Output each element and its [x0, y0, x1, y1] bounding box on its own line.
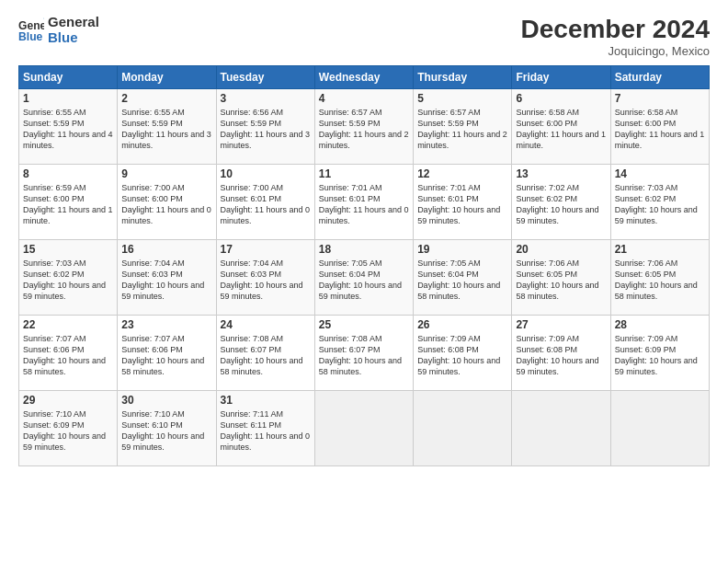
- logo-general-text: General: [48, 15, 99, 30]
- day-cell-16: 16 Sunrise: 7:04 AM Sunset: 6:03 PM Dayl…: [118, 240, 216, 316]
- day-number: 20: [516, 243, 606, 256]
- header-cell-monday: Monday: [118, 66, 216, 89]
- day-info: Sunrise: 6:59 AM Sunset: 6:00 PM Dayligh…: [23, 182, 113, 227]
- day-cell-26: 26 Sunrise: 7:09 AM Sunset: 6:08 PM Dayl…: [414, 316, 512, 391]
- day-cell-1: 1 Sunrise: 6:55 AM Sunset: 5:59 PM Dayli…: [19, 89, 118, 165]
- day-cell-23: 23 Sunrise: 7:07 AM Sunset: 6:06 PM Dayl…: [118, 316, 216, 391]
- day-number: 15: [23, 243, 113, 256]
- day-number: 24: [221, 318, 311, 331]
- day-info: Sunrise: 7:00 AM Sunset: 6:00 PM Dayligh…: [121, 182, 211, 227]
- day-number: 30: [121, 394, 211, 407]
- day-info: Sunrise: 7:09 AM Sunset: 6:08 PM Dayligh…: [417, 333, 507, 378]
- header-cell-tuesday: Tuesday: [216, 66, 314, 89]
- day-number: 19: [417, 243, 507, 256]
- day-cell-27: 27 Sunrise: 7:09 AM Sunset: 6:08 PM Dayl…: [512, 316, 610, 391]
- calendar-header: SundayMondayTuesdayWednesdayThursdayFrid…: [19, 66, 710, 89]
- day-info: Sunrise: 7:08 AM Sunset: 6:07 PM Dayligh…: [221, 333, 311, 378]
- day-number: 25: [319, 318, 409, 331]
- day-number: 21: [615, 243, 705, 256]
- svg-text:Blue: Blue: [18, 30, 43, 43]
- day-number: 10: [221, 167, 311, 180]
- day-cell-13: 13 Sunrise: 7:02 AM Sunset: 6:02 PM Dayl…: [512, 165, 610, 240]
- day-cell-8: 8 Sunrise: 6:59 AM Sunset: 6:00 PM Dayli…: [19, 165, 118, 240]
- header-cell-sunday: Sunday: [19, 66, 118, 89]
- day-number: 12: [417, 167, 507, 180]
- header-cell-friday: Friday: [512, 66, 610, 89]
- day-cell-28: 28 Sunrise: 7:09 AM Sunset: 6:09 PM Dayl…: [610, 316, 709, 391]
- day-cell-30: 30 Sunrise: 7:10 AM Sunset: 6:10 PM Dayl…: [118, 391, 216, 466]
- header-row: SundayMondayTuesdayWednesdayThursdayFrid…: [19, 66, 710, 89]
- day-cell-31: 31 Sunrise: 7:11 AM Sunset: 6:11 PM Dayl…: [216, 391, 314, 466]
- day-cell-25: 25 Sunrise: 7:08 AM Sunset: 6:07 PM Dayl…: [314, 316, 413, 391]
- day-number: 29: [23, 394, 113, 407]
- day-cell-7: 7 Sunrise: 6:58 AM Sunset: 6:00 PM Dayli…: [610, 89, 709, 165]
- day-info: Sunrise: 7:11 AM Sunset: 6:11 PM Dayligh…: [221, 408, 311, 454]
- day-number: 28: [615, 318, 705, 331]
- day-cell-24: 24 Sunrise: 7:08 AM Sunset: 6:07 PM Dayl…: [216, 316, 314, 391]
- day-info: Sunrise: 7:00 AM Sunset: 6:01 PM Dayligh…: [221, 182, 311, 227]
- day-info: Sunrise: 7:10 AM Sunset: 6:09 PM Dayligh…: [23, 408, 113, 454]
- logo-icon: General Blue: [18, 17, 44, 43]
- week-row-4: 22 Sunrise: 7:07 AM Sunset: 6:06 PM Dayl…: [19, 316, 710, 391]
- day-cell-20: 20 Sunrise: 7:06 AM Sunset: 6:05 PM Dayl…: [512, 240, 610, 316]
- day-info: Sunrise: 7:04 AM Sunset: 6:03 PM Dayligh…: [221, 258, 311, 303]
- header-cell-wednesday: Wednesday: [314, 66, 413, 89]
- day-cell-29: 29 Sunrise: 7:10 AM Sunset: 6:09 PM Dayl…: [19, 391, 118, 466]
- day-cell-15: 15 Sunrise: 7:03 AM Sunset: 6:02 PM Dayl…: [19, 240, 118, 316]
- location: Joquicingo, Mexico: [521, 44, 710, 58]
- day-info: Sunrise: 7:09 AM Sunset: 6:08 PM Dayligh…: [516, 333, 606, 378]
- calendar-body: 1 Sunrise: 6:55 AM Sunset: 5:59 PM Dayli…: [19, 89, 710, 466]
- week-row-2: 8 Sunrise: 6:59 AM Sunset: 6:00 PM Dayli…: [19, 165, 710, 240]
- empty-cell: [512, 391, 610, 466]
- day-info: Sunrise: 7:08 AM Sunset: 6:07 PM Dayligh…: [319, 333, 409, 378]
- day-number: 7: [615, 92, 705, 105]
- day-info: Sunrise: 7:03 AM Sunset: 6:02 PM Dayligh…: [23, 258, 113, 303]
- empty-cell: [610, 391, 709, 466]
- day-number: 23: [121, 318, 211, 331]
- page-container: General Blue General Blue December 2024 …: [0, 0, 728, 563]
- day-info: Sunrise: 7:04 AM Sunset: 6:03 PM Dayligh…: [121, 258, 211, 303]
- day-number: 26: [417, 318, 507, 331]
- week-row-3: 15 Sunrise: 7:03 AM Sunset: 6:02 PM Dayl…: [19, 240, 710, 316]
- day-cell-17: 17 Sunrise: 7:04 AM Sunset: 6:03 PM Dayl…: [216, 240, 314, 316]
- day-cell-3: 3 Sunrise: 6:56 AM Sunset: 5:59 PM Dayli…: [216, 89, 314, 165]
- day-cell-21: 21 Sunrise: 7:06 AM Sunset: 6:05 PM Dayl…: [610, 240, 709, 316]
- day-info: Sunrise: 7:03 AM Sunset: 6:02 PM Dayligh…: [615, 182, 705, 227]
- day-info: Sunrise: 6:57 AM Sunset: 5:59 PM Dayligh…: [417, 107, 507, 152]
- header-cell-saturday: Saturday: [610, 66, 709, 89]
- day-info: Sunrise: 7:09 AM Sunset: 6:09 PM Dayligh…: [615, 333, 705, 378]
- month-title: December 2024: [521, 15, 710, 44]
- day-info: Sunrise: 7:06 AM Sunset: 6:05 PM Dayligh…: [516, 258, 606, 303]
- day-cell-4: 4 Sunrise: 6:57 AM Sunset: 5:59 PM Dayli…: [314, 89, 413, 165]
- day-info: Sunrise: 7:05 AM Sunset: 6:04 PM Dayligh…: [319, 258, 409, 303]
- empty-cell: [314, 391, 413, 466]
- calendar-table: SundayMondayTuesdayWednesdayThursdayFrid…: [18, 65, 710, 466]
- day-number: 9: [121, 167, 211, 180]
- day-info: Sunrise: 7:02 AM Sunset: 6:02 PM Dayligh…: [516, 182, 606, 227]
- day-number: 14: [615, 167, 705, 180]
- day-cell-14: 14 Sunrise: 7:03 AM Sunset: 6:02 PM Dayl…: [610, 165, 709, 240]
- day-number: 22: [23, 318, 113, 331]
- week-row-5: 29 Sunrise: 7:10 AM Sunset: 6:09 PM Dayl…: [19, 391, 710, 466]
- day-cell-18: 18 Sunrise: 7:05 AM Sunset: 6:04 PM Dayl…: [314, 240, 413, 316]
- day-number: 31: [221, 394, 311, 407]
- day-cell-2: 2 Sunrise: 6:55 AM Sunset: 5:59 PM Dayli…: [118, 89, 216, 165]
- day-info: Sunrise: 6:56 AM Sunset: 5:59 PM Dayligh…: [221, 107, 311, 152]
- title-block: December 2024 Joquicingo, Mexico: [521, 15, 710, 58]
- day-number: 3: [221, 92, 311, 105]
- day-info: Sunrise: 6:55 AM Sunset: 5:59 PM Dayligh…: [23, 107, 113, 152]
- day-info: Sunrise: 7:01 AM Sunset: 6:01 PM Dayligh…: [417, 182, 507, 227]
- day-number: 11: [319, 167, 409, 180]
- day-info: Sunrise: 7:01 AM Sunset: 6:01 PM Dayligh…: [319, 182, 409, 227]
- day-info: Sunrise: 7:07 AM Sunset: 6:06 PM Dayligh…: [121, 333, 211, 378]
- day-number: 27: [516, 318, 606, 331]
- logo-blue-text: Blue: [48, 30, 99, 46]
- day-cell-19: 19 Sunrise: 7:05 AM Sunset: 6:04 PM Dayl…: [414, 240, 512, 316]
- week-row-1: 1 Sunrise: 6:55 AM Sunset: 5:59 PM Dayli…: [19, 89, 710, 165]
- day-info: Sunrise: 7:10 AM Sunset: 6:10 PM Dayligh…: [121, 408, 211, 454]
- day-cell-11: 11 Sunrise: 7:01 AM Sunset: 6:01 PM Dayl…: [314, 165, 413, 240]
- day-info: Sunrise: 6:58 AM Sunset: 6:00 PM Dayligh…: [615, 107, 705, 152]
- day-number: 1: [23, 92, 113, 105]
- day-cell-9: 9 Sunrise: 7:00 AM Sunset: 6:00 PM Dayli…: [118, 165, 216, 240]
- header-cell-thursday: Thursday: [414, 66, 512, 89]
